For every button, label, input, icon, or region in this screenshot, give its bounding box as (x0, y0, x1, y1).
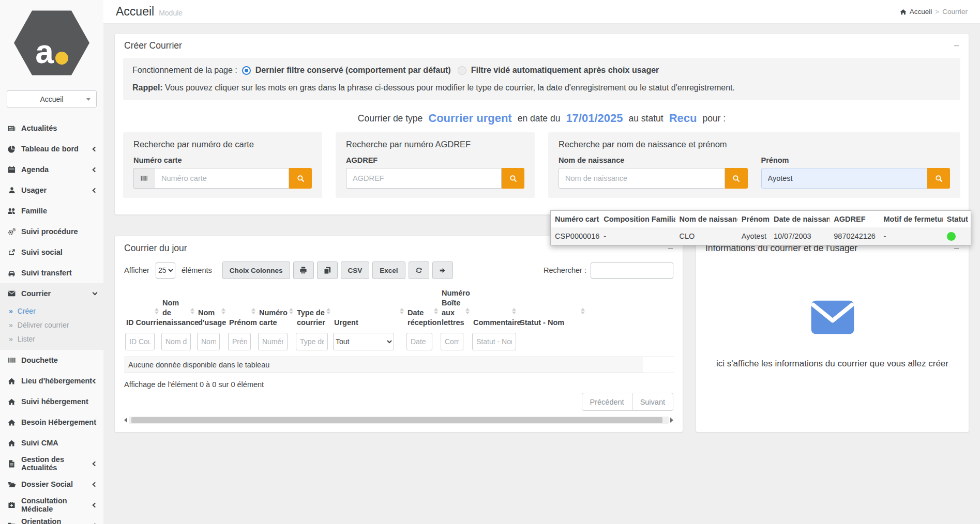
arrow-right-button[interactable] (432, 261, 453, 279)
result-composition[interactable]: - (599, 227, 675, 245)
filter-numero-carte[interactable] (258, 333, 288, 350)
col-commentaire[interactable]: Commentaire (471, 285, 518, 332)
sidebar-item-label: Orientation Partenaire (21, 517, 93, 524)
filter-commentaire[interactable] (441, 333, 463, 350)
csv-button[interactable]: CSV (341, 261, 370, 279)
breadcrumb-home[interactable]: Accueil (910, 8, 932, 16)
numero-carte-input[interactable] (155, 168, 289, 189)
excel-button[interactable]: Excel (372, 261, 405, 279)
res-col-motif: Motif de fermeture (880, 211, 943, 227)
search-carte-button[interactable] (289, 168, 312, 189)
col-date-reception[interactable]: Date réception (405, 285, 440, 332)
filter-type-courrier[interactable] (296, 333, 328, 350)
radio-label[interactable]: Filtre vidé automatiquement après choix … (471, 66, 659, 75)
result-statut[interactable] (943, 227, 971, 245)
sidebar-item-consultation-medicale[interactable]: Consultation Médicale (0, 495, 103, 515)
previous-page-button[interactable]: Précédent (582, 393, 632, 411)
print-button[interactable] (293, 261, 314, 279)
search-nom-button[interactable] (725, 168, 748, 189)
sidebar-item-suivi-transfert[interactable]: Suivi transfert (0, 263, 103, 283)
double-angle-icon: » (9, 321, 13, 329)
col-type-courrier[interactable]: Type de courrier (295, 285, 332, 332)
usager-results-table: Numéro carte Composition Familiale Nom d… (551, 211, 971, 245)
scrollbar-thumb[interactable] (131, 417, 662, 423)
result-row[interactable]: CSP00000167 - CLO Ayotest 10/07/2003 987… (551, 227, 971, 245)
filter-statut-nom[interactable] (472, 333, 516, 350)
sidebar-item-douchette[interactable]: Douchette (0, 350, 103, 371)
sidebar-item-courrier[interactable]: Courrier (0, 283, 103, 304)
page-size-select[interactable]: 25 (156, 263, 175, 279)
double-angle-icon: » (9, 307, 13, 315)
col-nom-naissance[interactable]: Nom de naissance (160, 285, 196, 332)
radio-label[interactable]: Dernier filtre conservé (comportement pa… (255, 66, 451, 75)
search-prenom-button[interactable] (927, 168, 950, 189)
filter-id-courrier[interactable] (125, 333, 155, 350)
choix-colonnes-button[interactable]: Choix Colonnes (222, 261, 290, 279)
search-agdref-card: Recherche par numéro AGDREF AGDREF (336, 132, 535, 198)
col-statut-nom[interactable]: Statut - Nom (518, 285, 586, 332)
creer-courrier-header: Créer Courrier − (115, 34, 969, 58)
collapse-icon[interactable]: − (954, 41, 959, 51)
scroll-right-icon[interactable] (670, 418, 673, 423)
sidebar-item-actualites[interactable]: Actualités (0, 118, 103, 138)
filter-urgent-select[interactable]: Tout (333, 333, 394, 350)
courrier-type-link[interactable]: Courrier urgent (428, 112, 511, 125)
nom-naissance-input[interactable] (559, 168, 725, 189)
sidebar-item-lieu-hebergement[interactable]: Lieu d'hébergement (0, 371, 103, 391)
radio-filter-cleared[interactable] (458, 66, 466, 75)
nom-prenom-fields: Nom de naissance Prénom (559, 156, 950, 189)
logo-letter-text: a (35, 39, 54, 65)
col-numero-carte[interactable]: Numéro carte (257, 285, 295, 332)
sidebar-item-label: Douchette (21, 356, 58, 364)
filter-date-reception[interactable] (406, 333, 432, 350)
result-nom-naissance[interactable]: CLO (675, 227, 737, 245)
result-motif[interactable]: - (880, 227, 943, 245)
sidebar-item-usager[interactable]: Usager (0, 180, 103, 201)
sidebar-item-agenda[interactable]: Agenda (0, 159, 103, 180)
col-id-courrier[interactable]: ID Courrier (124, 285, 160, 332)
sidebar-subitem-delivrer-courrier[interactable]: » Délivrer courrier (0, 318, 103, 332)
module-select[interactable]: Accueil (7, 90, 97, 107)
filter-nom-usage[interactable] (197, 333, 220, 350)
agdref-input[interactable] (346, 168, 502, 189)
filter-nom-naissance[interactable] (161, 333, 191, 350)
filter-prenom[interactable] (228, 333, 251, 350)
col-nom-usage[interactable]: Nom d'usage (196, 285, 227, 332)
col-prenom[interactable]: Prénom (227, 285, 257, 332)
copy-button[interactable] (317, 261, 338, 279)
sidebar-item-suivi-hebergement[interactable]: Suivi hébergement (0, 391, 103, 412)
scroll-left-icon[interactable] (124, 418, 127, 423)
sidebar-item-suivi-social[interactable]: Suivi social (0, 242, 103, 263)
nom-field: Nom de naissance (559, 156, 748, 189)
sort-icon (289, 308, 293, 314)
refresh-button[interactable] (409, 261, 429, 279)
sidebar-item-gestion-actualites[interactable]: Gestion des Actualités (0, 453, 103, 474)
sort-icon (190, 308, 194, 314)
horizontal-scrollbar[interactable] (124, 416, 673, 424)
col-numero-boite[interactable]: Numéro Boîte aux lettres (440, 285, 471, 332)
prenom-input[interactable] (761, 168, 928, 189)
courrier-date-link[interactable]: 17/01/2025 (566, 112, 623, 125)
sidebar-item-suivi-cma[interactable]: Suivi CMA (0, 433, 103, 453)
search-carte-card: Recherche par numéro de carte Numéro car… (123, 132, 322, 198)
sidebar-subitem-creer[interactable]: » Créer (0, 304, 103, 318)
sidebar-item-dossier-social[interactable]: Dossier Social (0, 474, 103, 495)
result-numero-carte[interactable]: CSP00000167 (551, 227, 599, 245)
result-agdref[interactable]: 9870242126 (830, 227, 879, 245)
search-agdref-button[interactable] (502, 168, 524, 189)
radio-last-filter-kept[interactable] (242, 66, 251, 75)
courrier-status-link[interactable]: Recu (669, 112, 697, 125)
next-page-button[interactable]: Suivant (632, 393, 673, 411)
sidebar-subitem-lister[interactable]: » Lister (0, 332, 103, 346)
sidebar-item-famille[interactable]: Famille (0, 201, 103, 221)
sidebar-item-besoin-hebergement[interactable]: Besoin Hébergement (0, 412, 103, 433)
table-search-input[interactable] (591, 263, 673, 279)
col-urgent[interactable]: Urgent (332, 285, 405, 332)
sidebar-item-tableau-de-bord[interactable]: Tableau de bord (0, 138, 103, 159)
sidebar-item-orientation-partenaire[interactable]: Orientation Partenaire (0, 515, 103, 524)
result-date-naissance[interactable]: 10/07/2003 (770, 227, 830, 245)
sidebar-item-suivi-procedure[interactable]: Suivi procédure (0, 221, 103, 242)
scrollbar-track[interactable] (129, 417, 669, 424)
result-prenom[interactable]: Ayotest (737, 227, 770, 245)
home-icon (7, 440, 17, 446)
